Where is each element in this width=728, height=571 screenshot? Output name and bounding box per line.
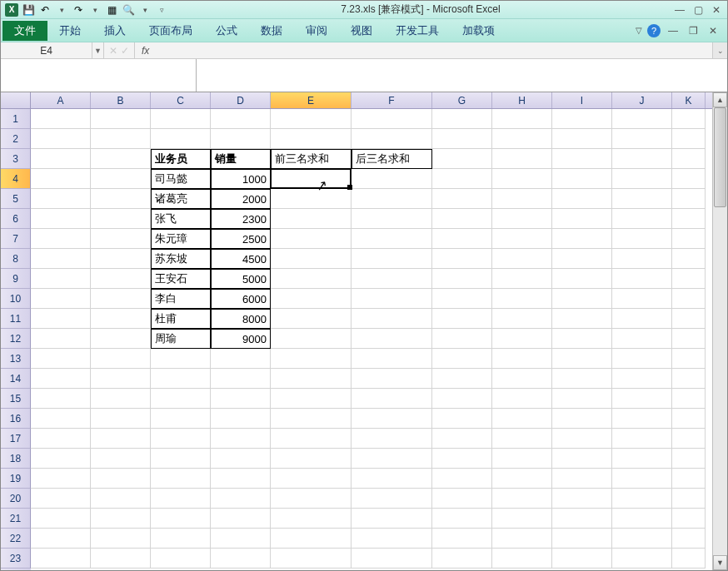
cell-C6[interactable]: 张飞 bbox=[151, 209, 211, 229]
cell-G21[interactable] bbox=[432, 509, 492, 529]
cell-A11[interactable] bbox=[31, 309, 91, 329]
cell-J18[interactable] bbox=[612, 449, 672, 469]
cell-H22[interactable] bbox=[492, 529, 552, 549]
cell-I20[interactable] bbox=[552, 489, 612, 509]
cell-D11[interactable]: 8000 bbox=[211, 309, 271, 329]
cell-B1[interactable] bbox=[91, 109, 151, 129]
cell-I21[interactable] bbox=[552, 509, 612, 529]
cell-E18[interactable] bbox=[271, 449, 352, 469]
cell-C19[interactable] bbox=[151, 469, 211, 489]
cell-C5[interactable]: 诸葛亮 bbox=[151, 189, 211, 209]
cell-H21[interactable] bbox=[492, 509, 552, 529]
cell-J16[interactable] bbox=[612, 409, 672, 429]
ribbon-tab-4[interactable]: 数据 bbox=[249, 20, 294, 42]
cell-H17[interactable] bbox=[492, 429, 552, 449]
cell-C11[interactable]: 杜甫 bbox=[151, 309, 211, 329]
col-header-J[interactable]: J bbox=[612, 92, 672, 108]
cell-D18[interactable] bbox=[211, 449, 271, 469]
cell-D15[interactable] bbox=[211, 389, 271, 409]
cell-B5[interactable] bbox=[91, 189, 151, 209]
cell-J9[interactable] bbox=[612, 269, 672, 289]
cell-C23[interactable] bbox=[151, 549, 211, 569]
cell-I2[interactable] bbox=[552, 129, 612, 149]
cell-G19[interactable] bbox=[432, 469, 492, 489]
cell-D3[interactable]: 销量 bbox=[211, 149, 271, 169]
cell-F16[interactable] bbox=[352, 409, 432, 429]
maximize-button[interactable]: ▢ bbox=[691, 4, 706, 16]
cell-C21[interactable] bbox=[151, 509, 211, 529]
cell-B22[interactable] bbox=[91, 529, 151, 549]
scroll-down-button[interactable]: ▼ bbox=[713, 555, 727, 570]
col-header-G[interactable]: G bbox=[432, 92, 492, 108]
cell-A13[interactable] bbox=[31, 349, 91, 369]
cell-D19[interactable] bbox=[211, 469, 271, 489]
cell-F11[interactable] bbox=[352, 309, 432, 329]
cell-J6[interactable] bbox=[612, 209, 672, 229]
cell-K17[interactable] bbox=[672, 429, 706, 449]
cell-G23[interactable] bbox=[432, 549, 492, 569]
cell-K9[interactable] bbox=[672, 269, 706, 289]
cell-F22[interactable] bbox=[352, 529, 432, 549]
cell-E22[interactable] bbox=[271, 529, 352, 549]
cell-E11[interactable] bbox=[271, 309, 352, 329]
cell-A15[interactable] bbox=[31, 389, 91, 409]
cell-B12[interactable] bbox=[91, 329, 151, 349]
cell-G15[interactable] bbox=[432, 389, 492, 409]
ribbon-tab-1[interactable]: 插入 bbox=[92, 20, 137, 42]
cell-B6[interactable] bbox=[91, 209, 151, 229]
cell-G9[interactable] bbox=[432, 269, 492, 289]
col-header-F[interactable]: F bbox=[352, 92, 432, 108]
name-box-dropdown[interactable]: ▼ bbox=[92, 42, 104, 58]
cell-F18[interactable] bbox=[352, 449, 432, 469]
cell-G10[interactable] bbox=[432, 289, 492, 309]
cell-G20[interactable] bbox=[432, 489, 492, 509]
cell-H13[interactable] bbox=[492, 349, 552, 369]
cell-I17[interactable] bbox=[552, 429, 612, 449]
cell-G16[interactable] bbox=[432, 409, 492, 429]
cell-A18[interactable] bbox=[31, 449, 91, 469]
close-button[interactable]: ✕ bbox=[709, 4, 724, 16]
cell-D1[interactable] bbox=[211, 109, 271, 129]
cell-D21[interactable] bbox=[211, 509, 271, 529]
cell-K4[interactable] bbox=[672, 169, 706, 189]
fx-label[interactable]: fx bbox=[135, 45, 156, 57]
cell-I4[interactable] bbox=[552, 169, 612, 189]
cell-C18[interactable] bbox=[151, 449, 211, 469]
cell-K23[interactable] bbox=[672, 549, 706, 569]
cell-B14[interactable] bbox=[91, 369, 151, 389]
cell-C8[interactable]: 苏东坡 bbox=[151, 249, 211, 269]
cell-K11[interactable] bbox=[672, 309, 706, 329]
cell-A5[interactable] bbox=[31, 189, 91, 209]
ribbon-tab-7[interactable]: 开发工具 bbox=[384, 20, 451, 42]
qat-dd-2[interactable]: ▾ bbox=[87, 2, 102, 17]
cell-A17[interactable] bbox=[31, 429, 91, 449]
cell-B16[interactable] bbox=[91, 409, 151, 429]
cell-G14[interactable] bbox=[432, 369, 492, 389]
cell-H8[interactable] bbox=[492, 249, 552, 269]
row-header-22[interactable]: 22 bbox=[1, 529, 31, 549]
cell-B3[interactable] bbox=[91, 149, 151, 169]
cell-G11[interactable] bbox=[432, 309, 492, 329]
cell-C16[interactable] bbox=[151, 409, 211, 429]
cell-J15[interactable] bbox=[612, 389, 672, 409]
cell-E23[interactable] bbox=[271, 549, 352, 569]
cell-K7[interactable] bbox=[672, 229, 706, 249]
cell-G22[interactable] bbox=[432, 529, 492, 549]
scroll-thumb[interactable] bbox=[714, 107, 726, 207]
cell-G4[interactable] bbox=[432, 169, 492, 189]
cell-I19[interactable] bbox=[552, 469, 612, 489]
cell-J2[interactable] bbox=[612, 129, 672, 149]
cell-E12[interactable] bbox=[271, 329, 352, 349]
cell-F10[interactable] bbox=[352, 289, 432, 309]
cell-D22[interactable] bbox=[211, 529, 271, 549]
cell-H1[interactable] bbox=[492, 109, 552, 129]
cell-I22[interactable] bbox=[552, 529, 612, 549]
cell-K16[interactable] bbox=[672, 409, 706, 429]
cell-C20[interactable] bbox=[151, 489, 211, 509]
cell-D6[interactable]: 2300 bbox=[211, 209, 271, 229]
cell-I13[interactable] bbox=[552, 349, 612, 369]
cell-A9[interactable] bbox=[31, 269, 91, 289]
cell-F17[interactable] bbox=[352, 429, 432, 449]
cell-C13[interactable] bbox=[151, 349, 211, 369]
cell-G12[interactable] bbox=[432, 329, 492, 349]
